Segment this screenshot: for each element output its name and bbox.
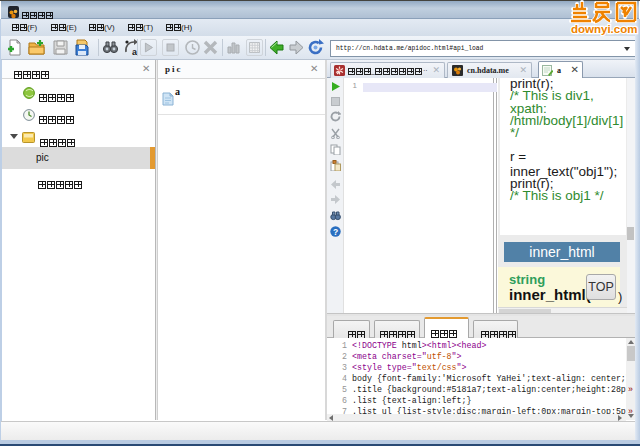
svg-text:?: ?: [333, 227, 338, 237]
svg-text:downyi.com: downyi.com: [571, 23, 637, 35]
